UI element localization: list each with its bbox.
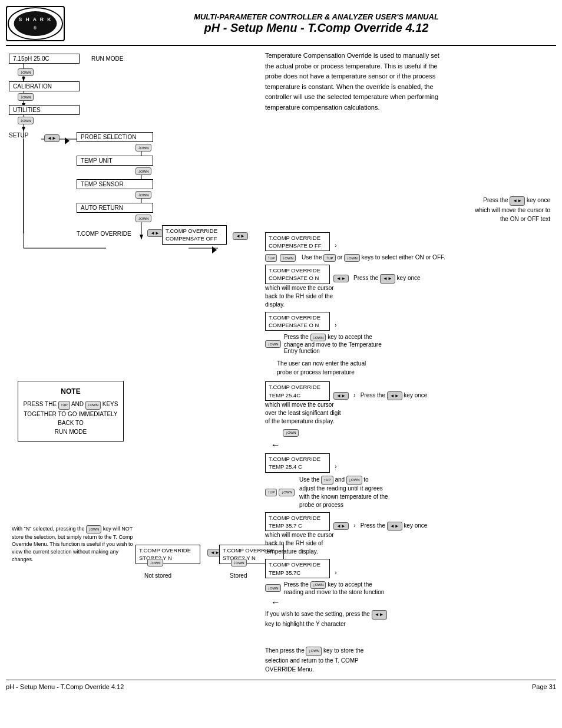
down-arrow-2: ↓OWN (18, 93, 34, 101)
svg-marker-19 (212, 246, 217, 253)
not-stored-label: Not stored (144, 572, 171, 579)
tcomp-override-label: T.COMP OVERRIDE (77, 230, 131, 237)
diagram: 7.15pH 25.0C RUN MODE ↓OWN CALIBRATION ↓ (6, 51, 259, 628)
down-arr-store-right: ↓OWN (231, 559, 247, 566)
stored-label: Stored (230, 572, 247, 579)
down-arr-b5: ↓OWN (283, 429, 556, 437)
tcomp-enter-icon: ◄► (147, 229, 163, 237)
down-arrow-ts: ↓OWN (135, 191, 151, 199)
display-box-7: T.COMP OVERRIDE TEMP 35.7 C ◄► › Press t… (265, 512, 556, 556)
display-box-8: T.COMP OVERRIDE TEMP 35.7C › (265, 559, 556, 578)
svg-point-1 (14, 11, 57, 36)
down-store-row: ↓OWN Press the ↓OWN key to accept therea… (265, 581, 556, 595)
temp-sensor-box: TEMP SENSOR (77, 179, 153, 189)
temp-unit-box: TEMP UNIT (77, 156, 153, 166)
utilities-box: UTILITIES (9, 105, 80, 115)
down-arrow-ar: ↓OWN (135, 215, 151, 222)
save-setting-text: If you wish to save the setting, press t… (265, 610, 556, 628)
display-box-4: T.COMP OVERRIDE COMPENSATE O N › (265, 312, 556, 331)
display-box-6: T.COMP OVERRIDE TEMP 25.4 C › (265, 453, 556, 473)
down-accept-row: ↓OWN Press the ↓OWN key to accept thecha… (265, 334, 556, 354)
display-box-5: T.COMP OVERRIDE TEMP 25.4C ◄► › Press th… (265, 381, 556, 426)
left-arrow-2: ← (271, 597, 556, 608)
left-arrow: ← (271, 440, 556, 450)
display-box-2: T.COMP OVERRIDE COMPENSATE D FF › (265, 232, 556, 252)
svg-marker-17 (140, 235, 143, 239)
down-arrow-3: ↓OWN (18, 117, 34, 124)
down-arrow-1: ↓OWN (18, 68, 34, 76)
left-diagram: 7.15pH 25.0C RUN MODE ↓OWN CALIBRATION ↓ (6, 51, 259, 674)
right-panel: Temperature Compensation Override is use… (265, 51, 556, 674)
instruction-1: Press the ◄► key once which will move th… (265, 196, 556, 223)
svg-marker-5 (22, 77, 25, 81)
svg-text:®: ® (34, 26, 37, 30)
header: S H A R K ® MULTI-PARAMETER CONTROLLER &… (6, 6, 556, 46)
header-text: MULTI-PARAMETER CONTROLLER & ANALYZER US… (77, 12, 556, 35)
svg-text:S H A R K: S H A R K (19, 17, 52, 22)
down-arrow-ps: ↓OWN (135, 144, 151, 151)
auto-return-box: AUTO RETURN (77, 203, 153, 213)
user-enter-temp: The user can now enter the actual probe … (277, 359, 556, 377)
main-content: 7.15pH 25.0C RUN MODE ↓OWN CALIBRATION ↓ (6, 51, 556, 674)
down-arr-store-left: ↓OWN (147, 559, 163, 566)
svg-marker-7 (22, 127, 25, 131)
run-mode-label: RUN MODE (91, 55, 123, 62)
with-n-text: With "N" selected, pressing the ↓OWN key… (12, 525, 135, 563)
instr-1-text: Press the ◄► key once which will move th… (265, 196, 556, 223)
then-press-text: Then press the ↓OWN key to store the sel… (265, 646, 556, 674)
manual-title: MULTI-PARAMETER CONTROLLER & ANALYZER US… (77, 12, 556, 21)
logo: S H A R K ® (6, 6, 65, 41)
setup-label: SETUP (9, 132, 28, 139)
calibration-box: CALIBRATION (9, 81, 80, 91)
run-mode-value: 7.15pH 25.0C (13, 55, 75, 62)
tcomp-enter-icon2: ◄► (233, 232, 248, 240)
setup-enter-icon: ◄► (44, 134, 59, 142)
down-arrow-tu: ↓OWN (135, 167, 151, 175)
up-down-row: ↑UP ↓OWN Use the ↑UP or ↓OWN keys to sel… (265, 254, 556, 262)
tcomp-display-box: T.COMP OVERRIDE COMPENSATE OFF (162, 225, 227, 245)
footer-right: Page 31 (532, 683, 556, 690)
svg-marker-9 (65, 137, 70, 144)
page-title: pH - Setup Menu - T.Comp Override 4.12 (77, 21, 556, 35)
footer-left: pH - Setup Menu - T.Comp Override 4.12 (6, 683, 124, 690)
run-mode-display: 7.15pH 25.0C (9, 54, 80, 64)
footer: pH - Setup Menu - T.Comp Override 4.12 P… (6, 680, 556, 690)
up-down-adj-row: ↑UP ↓OWN Use the ↑UP and ↓OWN toadjust t… (265, 476, 556, 509)
probe-selection-box: PROBE SELECTION (77, 132, 153, 142)
note-box: NOTE PRESS THE ↑UP AND ↓OWN KEYS TOGETHE… (18, 381, 124, 442)
display-box-3: T.COMP OVERRIDE COMPENSATE O N ◄► Press … (265, 265, 556, 309)
page: S H A R K ® MULTI-PARAMETER CONTROLLER &… (0, 0, 562, 728)
tcomp-store-box-left: T.COMP OVERRIDE STORE? Y N (135, 545, 200, 564)
description-text: Temperature Compensation Override is use… (265, 51, 556, 113)
